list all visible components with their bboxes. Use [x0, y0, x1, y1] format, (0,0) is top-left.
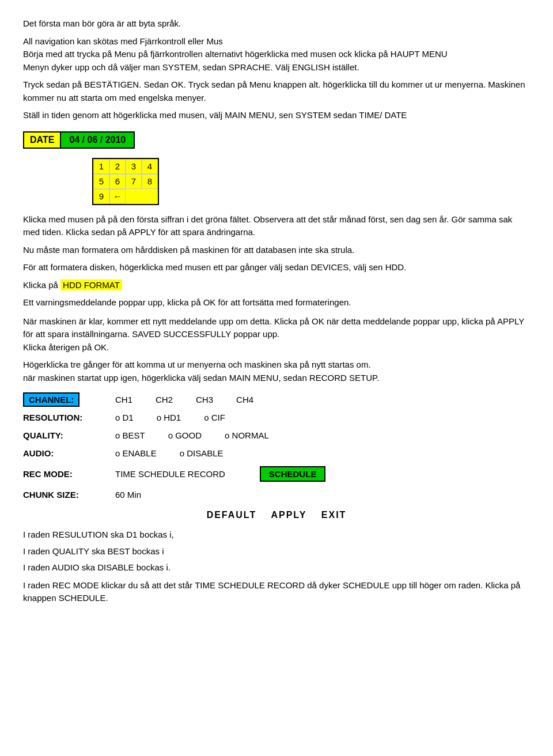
- date-value: 04 / 06 / 2010: [61, 131, 135, 149]
- channel-table: CHANNEL: CH1 CH2 CH3 CH4 RESOLUTION: o D…: [23, 395, 530, 500]
- footer-buttons: DEFAULT APPLY EXIT: [23, 510, 530, 520]
- quality-best: o BEST: [115, 430, 145, 440]
- numpad-container: 1 2 3 4 5 6 7 8 9 ←: [58, 156, 530, 205]
- default-button[interactable]: DEFAULT: [207, 510, 257, 520]
- numpad-7[interactable]: 7: [126, 174, 142, 189]
- channel-ch2: CH2: [156, 395, 173, 405]
- quality-row: QUALITY: o BEST o GOOD o NORMAL: [23, 430, 530, 440]
- numpad-5[interactable]: 5: [93, 174, 109, 189]
- para-7: För att formatera disken, högerklicka me…: [23, 261, 530, 274]
- schedule-button[interactable]: SCHEDULE: [260, 466, 326, 482]
- resolution-cif: o CIF: [204, 413, 225, 422]
- para-5: Klicka med musen på på den första siffra…: [23, 213, 530, 239]
- chunksize-value: 60 Min: [115, 490, 141, 500]
- quality-label: QUALITY:: [23, 430, 115, 440]
- recmode-value: TIME SCHEDULE RECORD: [115, 469, 225, 479]
- para-8: Klicka på HDD FORMAT: [23, 279, 530, 292]
- numpad-4[interactable]: 4: [142, 159, 158, 174]
- para-11: Högerklicka tre gånger för att komma ut …: [23, 358, 530, 384]
- quality-good: o GOOD: [168, 430, 202, 440]
- numpad-9[interactable]: 9: [93, 189, 109, 204]
- audio-row: AUDIO: o ENABLE o DISABLE: [23, 448, 530, 458]
- resolution-hd1: o HD1: [157, 413, 181, 422]
- final-section: I raden RESULUTION ska D1 bockas i, I ra…: [23, 528, 530, 605]
- numpad: 1 2 3 4 5 6 7 8 9 ←: [92, 158, 159, 205]
- recmode-row: REC MODE: TIME SCHEDULE RECORD SCHEDULE: [23, 466, 530, 482]
- final-para-3: I raden AUDIO ska DISABLE bockas i.: [23, 561, 530, 574]
- channel-label: CHANNEL:: [23, 395, 115, 405]
- numpad-back[interactable]: ←: [109, 189, 126, 204]
- audio-disable: o DISABLE: [180, 448, 224, 458]
- numpad-6[interactable]: 6: [109, 174, 126, 189]
- resolution-options: o D1 o HD1 o CIF: [115, 413, 225, 422]
- channel-label-box: CHANNEL:: [23, 392, 79, 407]
- post-date-section: Klicka med musen på på den första siffra…: [23, 213, 530, 309]
- channel-ch1: CH1: [115, 395, 132, 405]
- channel-ch3: CH3: [196, 395, 213, 405]
- apply-button[interactable]: APPLY: [271, 510, 306, 520]
- resolution-label: RESOLUTION:: [23, 413, 115, 422]
- audio-enable: o ENABLE: [115, 448, 157, 458]
- final-para-4: I raden REC MODE klickar du så att det s…: [23, 579, 530, 605]
- final-para-1: I raden RESULUTION ska D1 bockas i,: [23, 528, 530, 542]
- resolution-d1: o D1: [115, 413, 134, 422]
- para-9: Ett varningsmeddelande poppar upp, klick…: [23, 296, 530, 309]
- para-1: Det första man bör göra är att byta språ…: [23, 17, 530, 31]
- para-6: Nu måste man formatera om hårddisken på …: [23, 244, 530, 257]
- audio-options: o ENABLE o DISABLE: [115, 448, 224, 458]
- date-label: DATE: [23, 131, 61, 149]
- chunksize-row: CHUNK SIZE: 60 Min: [23, 490, 530, 500]
- numpad-1[interactable]: 1: [93, 159, 109, 174]
- para-3: Tryck sedan på BESTÄTIGEN. Sedan OK. Try…: [23, 78, 530, 104]
- exit-button[interactable]: EXIT: [321, 510, 347, 520]
- para-2: All navigation kan skötas med Fjärrkontr…: [23, 35, 530, 74]
- quality-normal: o NORMAL: [225, 430, 269, 440]
- channel-row: CHANNEL: CH1 CH2 CH3 CH4: [23, 395, 530, 405]
- para-4: Ställ in tiden genom att högerklicka med…: [23, 109, 530, 122]
- chunksize-label: CHUNK SIZE:: [23, 490, 115, 500]
- channel-ch4: CH4: [236, 395, 253, 405]
- channel-options: CH1 CH2 CH3 CH4: [115, 395, 253, 405]
- recmode-label: REC MODE:: [23, 469, 115, 479]
- audio-label: AUDIO:: [23, 448, 115, 458]
- final-para-2: I raden QUALITY ska BEST bockas i: [23, 545, 530, 558]
- numpad-3[interactable]: 3: [126, 159, 142, 174]
- intro-section: Det första man bör göra är att byta språ…: [23, 17, 530, 122]
- quality-options: o BEST o GOOD o NORMAL: [115, 430, 269, 440]
- long-paras: När maskinen är klar, kommer ett nytt me…: [23, 315, 530, 385]
- resolution-row: RESOLUTION: o D1 o HD1 o CIF: [23, 413, 530, 422]
- hdd-format-highlight: HDD FORMAT: [60, 279, 122, 290]
- recmode-options: TIME SCHEDULE RECORD SCHEDULE: [115, 466, 325, 482]
- numpad-2[interactable]: 2: [109, 159, 126, 174]
- numpad-8[interactable]: 8: [142, 174, 158, 189]
- chunksize-options: 60 Min: [115, 490, 141, 500]
- date-block: DATE 04 / 06 / 2010: [23, 131, 530, 149]
- para-10: När maskinen är klar, kommer ett nytt me…: [23, 315, 530, 354]
